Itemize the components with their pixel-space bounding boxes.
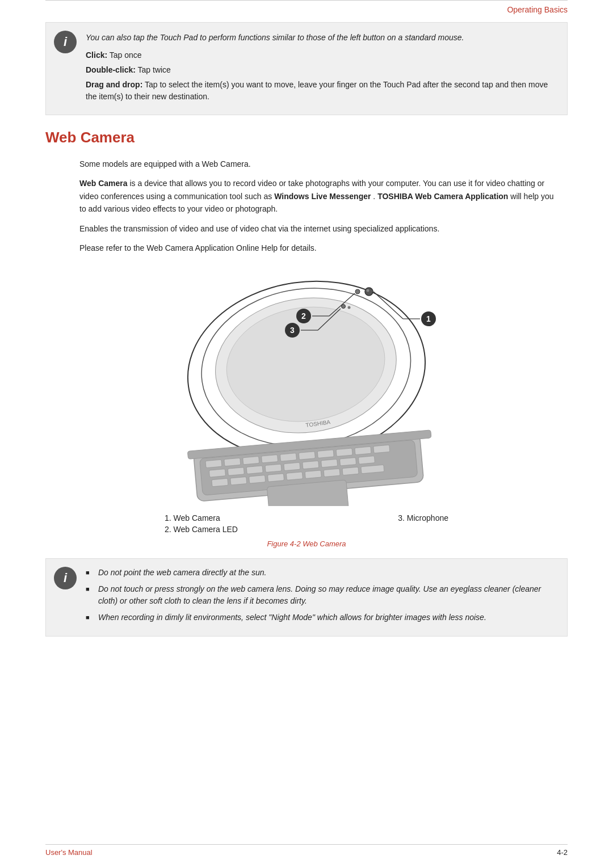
svg-rect-29 — [299, 452, 315, 460]
svg-rect-33 — [373, 445, 390, 453]
svg-point-6 — [367, 289, 370, 292]
header-title: Operating Basics — [507, 5, 568, 14]
svg-point-16 — [342, 305, 346, 309]
info-drag-drop: Drag and drop: Tap to select the item(s)… — [86, 79, 556, 103]
diagram-area: TOSHIBA 1 — [45, 268, 568, 548]
bullet-2: Do not touch or press strongly on the we… — [86, 583, 556, 607]
page: Operating Basics i You can also tap the … — [0, 0, 613, 868]
svg-rect-47 — [286, 472, 303, 480]
svg-rect-27 — [262, 455, 278, 463]
footer-right: 4-2 — [557, 848, 568, 857]
para-refer: Please refer to the Web Camera Applicati… — [79, 242, 556, 254]
info-icon-circle-bottom: i — [54, 567, 77, 589]
svg-rect-42 — [358, 456, 375, 464]
svg-rect-31 — [336, 448, 352, 456]
para-intro-text: Some models are equipped with a Web Came… — [79, 159, 251, 168]
label-1: 1. Web Camera — [165, 513, 238, 523]
svg-text:3: 3 — [290, 326, 295, 335]
svg-rect-44 — [230, 477, 247, 485]
svg-rect-45 — [249, 475, 266, 483]
svg-text:2: 2 — [301, 311, 306, 321]
click-text: Tap once — [110, 50, 142, 60]
svg-point-17 — [348, 306, 351, 309]
diagram-labels: 1. Web Camera 2. Web Camera LED 3. Micro… — [142, 513, 471, 534]
svg-rect-49 — [324, 469, 340, 477]
bottom-info-box: i Do not point the web camera directly a… — [45, 558, 568, 637]
info-icon-bottom: i — [54, 567, 77, 589]
svg-rect-43 — [212, 479, 228, 487]
svg-rect-38 — [284, 463, 300, 471]
section-heading: Web Camera — [45, 129, 568, 146]
para-transmission: Enables the transmission of video and us… — [79, 222, 556, 235]
svg-point-11 — [355, 289, 360, 294]
drag-drop-label: Drag and drop: — [86, 80, 142, 89]
svg-rect-48 — [305, 470, 321, 478]
label-3: 3. Microphone — [398, 513, 448, 534]
drag-drop-text: Tap to select the item(s) you want to mo… — [86, 80, 548, 101]
diagram-labels-left: 1. Web Camera 2. Web Camera LED — [165, 513, 238, 534]
double-click-text: Tap twice — [138, 65, 171, 74]
svg-rect-34 — [209, 469, 225, 477]
svg-rect-39 — [303, 461, 319, 469]
svg-rect-35 — [228, 467, 244, 475]
svg-rect-24 — [205, 460, 222, 468]
para-intro: Some models are equipped with a Web Came… — [79, 158, 556, 170]
svg-text:1: 1 — [426, 314, 431, 323]
svg-rect-30 — [317, 450, 334, 458]
svg-rect-40 — [321, 460, 338, 467]
page-footer: User's Manual 4-2 — [45, 844, 568, 857]
laptop-diagram: TOSHIBA 1 — [142, 268, 471, 508]
svg-rect-36 — [246, 466, 263, 474]
webcam-bold1: Web Camera — [79, 179, 128, 188]
webcam-bold3: TOSHIBA Web Camera Application — [377, 192, 508, 201]
content-block: Some models are equipped with a Web Came… — [79, 158, 556, 254]
webcam-desc-text2: . — [373, 192, 377, 201]
info-icon-top: i — [54, 31, 77, 53]
svg-rect-37 — [265, 464, 282, 472]
bullet-3: When recording in dimly lit environments… — [86, 612, 556, 623]
svg-rect-41 — [340, 458, 356, 466]
svg-rect-50 — [342, 467, 359, 475]
svg-rect-28 — [280, 453, 296, 461]
label-2: 2. Web Camera LED — [165, 525, 238, 534]
info-icon-circle-top: i — [54, 31, 77, 53]
para-webcam-desc: Web Camera is a device that allows you t… — [79, 177, 556, 215]
info-double-click: Double-click: Tap twice — [86, 64, 556, 76]
transmission-text: Enables the transmission of video and us… — [79, 224, 439, 233]
diagram-caption: Figure 4-2 Web Camera — [267, 540, 346, 548]
refer-text: Please refer to the Web Camera Applicati… — [79, 243, 317, 252]
laptop-svg: TOSHIBA 1 — [142, 268, 471, 506]
info-italic-text: You can also tap the Touch Pad to perfor… — [86, 32, 556, 44]
bullet-1: Do not point the web camera directly at … — [86, 567, 556, 579]
double-click-label: Double-click: — [86, 65, 136, 74]
click-label: Click: — [86, 50, 107, 60]
svg-rect-46 — [268, 474, 284, 482]
bullet-list: Do not point the web camera directly at … — [86, 567, 556, 623]
webcam-bold2: Windows Live Messenger — [274, 192, 371, 201]
svg-rect-25 — [224, 458, 241, 466]
top-info-box: i You can also tap the Touch Pad to perf… — [45, 22, 568, 115]
footer-left: User's Manual — [45, 848, 93, 857]
info-click: Click: Tap once — [86, 49, 556, 61]
top-header: Operating Basics — [45, 0, 568, 16]
svg-rect-32 — [355, 447, 371, 455]
svg-rect-26 — [243, 457, 259, 465]
svg-point-5 — [365, 288, 373, 296]
